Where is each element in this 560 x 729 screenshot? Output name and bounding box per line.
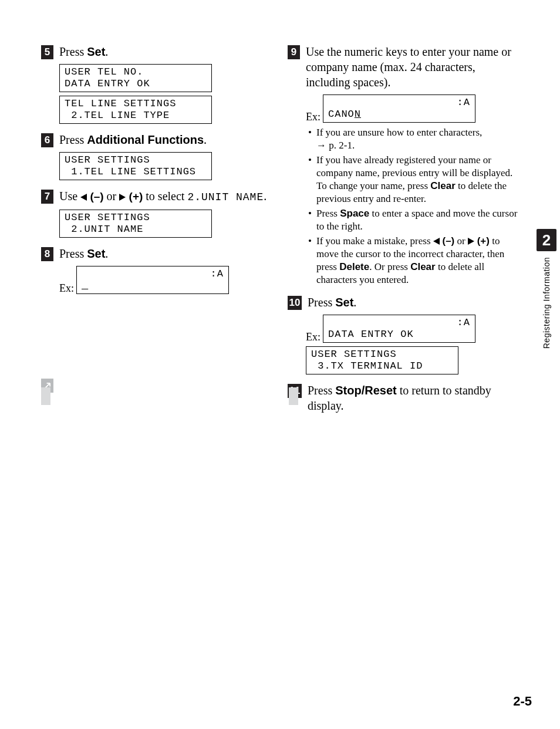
chapter-tab: 2 Registering Information (535, 229, 558, 349)
right-arrow-icon (468, 238, 474, 245)
lcd-display: :A _ (76, 266, 229, 294)
step-10: 10 Press Set. Ex: :A DATA ENTRY OK USER … (288, 295, 522, 374)
chapter-number: 2 (537, 229, 556, 251)
step-5: 5 Press Set. USER TEL NO. DATA ENTRY OK … (41, 44, 276, 124)
page-number: 2-5 (513, 694, 532, 709)
left-column: 5 Press Set. USER TEL NO. DATA ENTRY OK … (41, 44, 276, 421)
step-number-5: 5 (41, 45, 53, 59)
step-10-text: Press Set. (308, 295, 522, 310)
left-arrow-icon (80, 194, 87, 201)
example-label: Ex: (306, 111, 321, 123)
step-number-9: 9 (288, 45, 300, 59)
step-8: 8 Press Set. Ex: :A _ (41, 246, 276, 294)
column-continuation-bar (41, 387, 50, 405)
lcd-display: USER SETTINGS 2.UNIT NAME (59, 210, 212, 238)
left-arrow-icon (433, 238, 440, 245)
lcd-display: USER SETTINGS 1.TEL LINE SETTINGS (59, 152, 212, 180)
step-7: 7 Use (–) or (+) to select 2.UNIT NAME. … (41, 188, 276, 238)
step-number-7: 7 (41, 190, 53, 204)
step-number-6: 6 (41, 133, 53, 147)
step-number-8: 8 (41, 247, 53, 261)
step-11-text: Press Stop/Reset to return to standby di… (308, 383, 522, 413)
step-8-text: Press Set. (59, 246, 276, 261)
column-continuation-bar (289, 387, 298, 405)
lcd-display: TEL LINE SETTINGS 2.TEL LINE TYPE (59, 96, 212, 124)
step-6-text: Press Additional Functions. (59, 132, 276, 147)
example-label: Ex: (59, 282, 74, 294)
step-number-10: 10 (288, 296, 302, 310)
lcd-display: USER TEL NO. DATA ENTRY OK (59, 64, 212, 92)
step-9-text: Use the numeric keys to enter your name … (306, 44, 522, 90)
lcd-display: :A CANON (323, 95, 475, 123)
right-arrow-icon (119, 194, 126, 201)
step-7-text: Use (–) or (+) to select 2.UNIT NAME. (59, 188, 276, 205)
right-column: 9 Use the numeric keys to enter your nam… (288, 44, 522, 421)
step-11: 11 Press Stop/Reset to return to standby… (288, 383, 522, 413)
step-5-text: Press Set. (59, 44, 276, 59)
chapter-label: Registering Information (542, 257, 551, 349)
lcd-display: :A DATA ENTRY OK (323, 315, 475, 343)
step-9: 9 Use the numeric keys to enter your nam… (288, 44, 522, 286)
example-label: Ex: (306, 331, 321, 343)
step-9-notes: If you are unsure how to enter character… (308, 126, 522, 286)
step-6: 6 Press Additional Functions. USER SETTI… (41, 132, 276, 180)
